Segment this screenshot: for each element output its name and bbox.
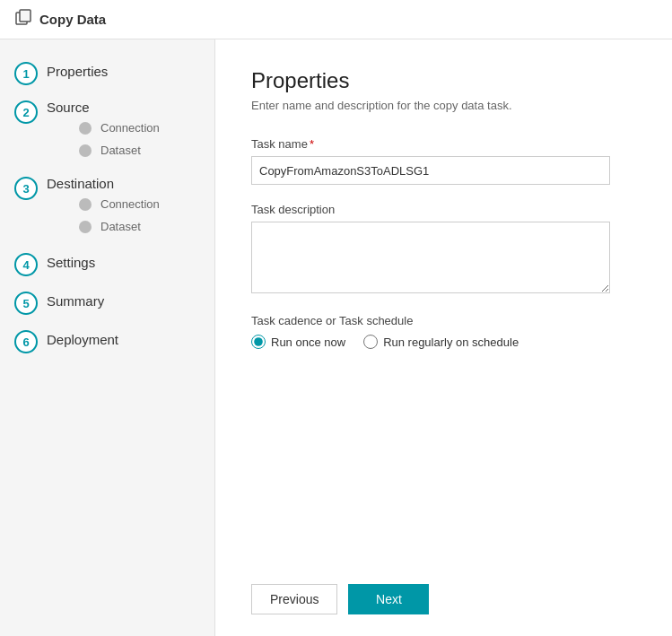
radio-run-schedule-input[interactable]	[363, 335, 378, 349]
task-description-group: Task description	[251, 203, 636, 296]
radio-run-schedule-label: Run regularly on schedule	[383, 335, 519, 349]
topbar-title: Copy Data	[39, 12, 106, 27]
source-dataset-dot	[79, 144, 92, 157]
step-number-4: 4	[14, 253, 38, 276]
radio-group: Run once now Run regularly on schedule	[251, 335, 636, 349]
sidebar-label-deployment: Deployment	[47, 329, 118, 347]
destination-connection-dot	[79, 198, 92, 211]
copy-data-icon	[14, 8, 32, 30]
source-dataset-item: Dataset	[79, 139, 174, 161]
step-number-1: 1	[14, 62, 38, 85]
task-description-textarea[interactable]	[251, 222, 610, 293]
page-title: Properties	[251, 68, 636, 93]
radio-run-once-input[interactable]	[251, 335, 266, 349]
sidebar-label-summary: Summary	[47, 291, 104, 309]
destination-dataset-dot	[79, 221, 92, 233]
step-number-3: 3	[14, 177, 38, 200]
main-layout: 1 Properties 2 Source Connection Dataset	[0, 39, 672, 636]
source-connection-dot	[79, 122, 92, 135]
source-connection-item: Connection	[79, 117, 174, 139]
page-subtitle: Enter name and description for the copy …	[251, 99, 636, 112]
destination-sub-items: Connection Dataset	[47, 193, 174, 238]
sidebar-label-settings: Settings	[47, 252, 95, 270]
task-description-label: Task description	[251, 203, 636, 216]
svg-rect-1	[20, 10, 31, 22]
sidebar-item-settings[interactable]: 4 Settings	[0, 245, 214, 283]
source-sub-items: Connection Dataset	[47, 117, 174, 161]
task-name-group: Task name*	[251, 137, 636, 185]
content-area: Properties Enter name and description fo…	[215, 39, 672, 636]
sidebar-item-summary[interactable]: 5 Summary	[0, 283, 214, 322]
topbar: Copy Data	[0, 0, 672, 39]
task-name-label: Task name*	[251, 137, 636, 151]
sidebar-item-properties[interactable]: 1 Properties	[0, 54, 214, 92]
radio-run-once-label: Run once now	[271, 335, 345, 349]
destination-connection-item: Connection	[79, 193, 174, 215]
sidebar-item-destination[interactable]: 3 Destination Connection Dataset	[0, 169, 214, 245]
previous-button[interactable]: Previous	[251, 584, 337, 614]
next-button[interactable]: Next	[348, 584, 429, 614]
radio-run-once[interactable]: Run once now	[251, 335, 345, 349]
step-number-2: 2	[14, 100, 38, 124]
sidebar: 1 Properties 2 Source Connection Dataset	[0, 39, 215, 636]
sidebar-label-source: Source	[47, 97, 90, 115]
destination-dataset-item: Dataset	[79, 215, 174, 238]
source-connection-label: Connection	[100, 121, 160, 135]
step-number-6: 6	[14, 330, 38, 353]
destination-dataset-label: Dataset	[100, 220, 141, 233]
cadence-group: Task cadence or Task schedule Run once n…	[251, 314, 636, 349]
sidebar-item-deployment[interactable]: 6 Deployment	[0, 322, 214, 361]
step-number-5: 5	[14, 292, 38, 315]
cadence-label: Task cadence or Task schedule	[251, 314, 636, 327]
destination-connection-label: Connection	[100, 197, 160, 211]
task-name-input[interactable]	[251, 156, 610, 185]
sidebar-label-properties: Properties	[47, 61, 108, 79]
radio-run-schedule[interactable]: Run regularly on schedule	[363, 335, 519, 349]
sidebar-item-source[interactable]: 2 Source Connection Dataset	[0, 92, 214, 169]
required-star: *	[310, 137, 314, 151]
source-dataset-label: Dataset	[100, 144, 141, 157]
footer: Previous Next	[251, 555, 636, 614]
sidebar-label-destination: Destination	[47, 173, 114, 191]
